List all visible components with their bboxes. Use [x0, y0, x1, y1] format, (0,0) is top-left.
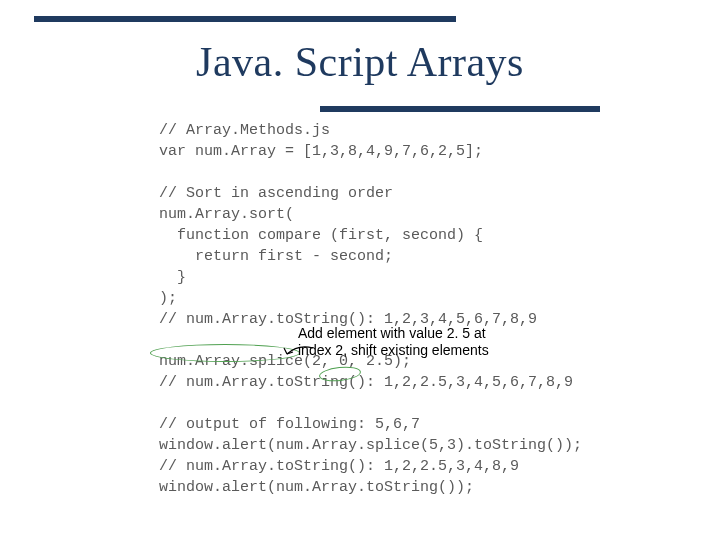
- code-block: // Array.Methods.js var num.Array = [1,3…: [159, 120, 582, 498]
- decorative-rule-bottom: [320, 106, 600, 112]
- splice-annotation: Add element with value 2. 5 at index 2, …: [298, 325, 578, 359]
- annotation-line-2: index 2, shift existing elements: [298, 342, 578, 359]
- slide-title: Java. Script Arrays: [0, 38, 720, 86]
- decorative-rule-top: [34, 16, 456, 22]
- highlight-ellipse-splice: [150, 344, 300, 362]
- annotation-line-1: Add element with value 2. 5 at: [298, 325, 578, 342]
